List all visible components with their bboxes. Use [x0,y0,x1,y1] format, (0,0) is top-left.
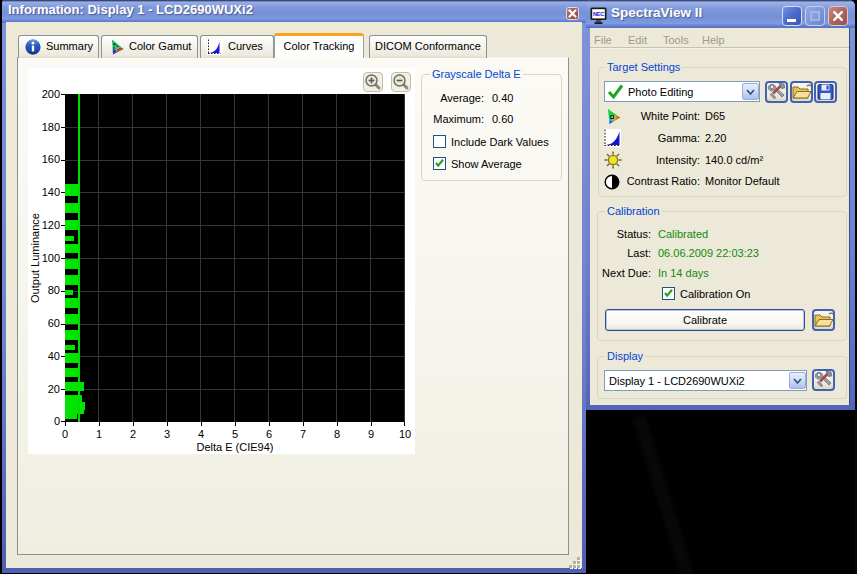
svg-text:NEC: NEC [593,11,604,17]
